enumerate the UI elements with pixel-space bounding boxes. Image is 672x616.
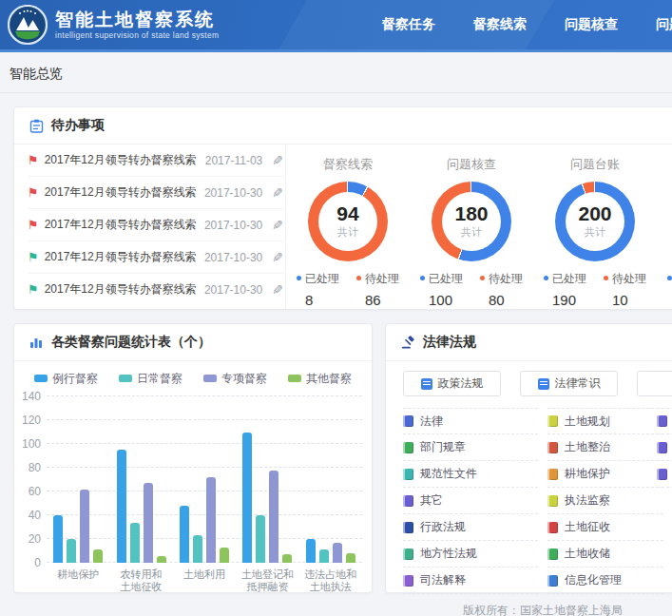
legal-item-label: 部门规章 [420, 439, 466, 455]
todo-row: ⚑2017年12月领导转办督察线索2017-10-30✎ [28, 177, 283, 209]
legend-dot [356, 276, 361, 280]
legal-item-label: 土地整治 [565, 439, 610, 455]
book-icon [403, 469, 413, 480]
bar [193, 535, 202, 563]
legend-label: 待处理 [604, 271, 646, 287]
bar-group [180, 477, 229, 563]
donut-total-value: 94 [336, 203, 358, 224]
legal-button-1[interactable]: 政策法规 [403, 371, 501, 396]
legal-item-label: 土地规划 [565, 414, 610, 430]
legal-item[interactable]: 耕地保护 [547, 461, 663, 488]
donut-total-label: 共计 [337, 225, 358, 240]
panel-title: 各类督察问题统计表（个） [51, 334, 211, 351]
legal-item[interactable]: 土地规划 [547, 408, 663, 434]
bar [80, 490, 89, 564]
knowledge-icon [538, 378, 549, 390]
legend-label: 已处理 [544, 271, 586, 287]
legal-button-2[interactable]: 法律常识 [520, 371, 618, 396]
legend-dot [667, 276, 672, 280]
nav-item-1[interactable]: 督察任务 [382, 16, 435, 33]
x-axis-label: 土地利用 [173, 568, 236, 593]
donut-ring: 200共计 [555, 182, 635, 261]
legend-value: 100 [420, 292, 463, 308]
legal-item[interactable]: 其它 [403, 488, 538, 514]
todo-date: 2017-10-30 [204, 219, 262, 232]
edit-pencil-icon[interactable]: ✎ [272, 153, 283, 168]
donut-total-label: 共计 [461, 225, 482, 240]
nav-item-3[interactable]: 问题核查 [565, 16, 618, 33]
x-axis-label: 农转用和 土地征收 [109, 568, 172, 593]
edit-pencil-icon[interactable]: ✎ [272, 218, 283, 233]
legend-dot [480, 276, 485, 280]
donut-charts-row: 督察线索94共计已处理8待处理86问题核查180共计已处理100待处理80问题台… [286, 144, 672, 309]
legal-item-label: 司法解释 [420, 572, 466, 588]
edit-pencil-icon[interactable]: ✎ [272, 185, 283, 201]
breadcrumb: 智能总览 [10, 66, 63, 83]
donut-total-label: 共计 [585, 225, 605, 240]
bar [306, 539, 316, 563]
legend-item: 例行督察 [34, 371, 98, 387]
bar-chart-icon [29, 335, 44, 350]
bar-chart-legend: 例行督察日常督察专项督察其他督察 [14, 371, 372, 387]
nav-item-2[interactable]: 督察线索 [473, 16, 527, 33]
donut-title: 督察任务 [657, 156, 672, 173]
flag-icon: ⚑ [28, 251, 39, 263]
y-axis-tick: 80 [29, 461, 41, 474]
legal-item-label: 土地收储 [565, 546, 610, 562]
footer-copyright: 版权所有：国家土地督察上海局 [463, 603, 623, 616]
bar-group [53, 490, 103, 564]
y-axis-tick: 0 [34, 556, 41, 569]
book-icon [403, 522, 413, 533]
todo-title: 2017年12月领导转办督察线索 [45, 152, 200, 168]
edit-pencil-icon[interactable]: ✎ [272, 250, 283, 265]
donut-chart: 问题核查180共计已处理100待处理80 [410, 144, 533, 309]
legal-item[interactable]: 地方性法规 [403, 541, 538, 568]
donut-chart: 督察任务已处理175待处理 [657, 144, 672, 309]
legal-item[interactable]: 执法监察 [547, 488, 663, 514]
legend-item: 已处理175 [667, 271, 672, 308]
app-title: 智能土地督察系统 [55, 10, 219, 30]
todo-row: ⚑2017年12月领导转办督察线索2017-10-30✎ [28, 241, 283, 274]
bar [269, 471, 278, 564]
gavel-icon [400, 335, 415, 350]
legal-item[interactable]: 土地征收 [547, 514, 663, 541]
edit-pencil-icon[interactable]: ✎ [272, 282, 283, 298]
legal-item-label: 规范性文件 [420, 466, 477, 482]
legend-dot [544, 276, 548, 280]
bar [220, 548, 229, 563]
legend-dot [604, 276, 608, 280]
bar [67, 539, 76, 563]
donut-ring: 180共计 [432, 182, 511, 261]
legal-item[interactable] [657, 434, 672, 461]
todo-title: 2017年12月领导转办督察线索 [45, 217, 199, 233]
book-icon [547, 415, 558, 427]
x-axis-label: 土地登记和 抵押融资 [236, 568, 298, 593]
button-label: 法律常识 [555, 375, 601, 392]
legal-item[interactable]: 司法解释 [403, 568, 538, 594]
donut-legend: 已处理190待处理10 [533, 271, 657, 308]
legal-item[interactable]: 土地收储 [547, 541, 663, 568]
legend-item: 已处理8 [297, 271, 339, 308]
legal-item[interactable] [657, 461, 672, 488]
legal-item[interactable]: 行政法规 [403, 514, 538, 541]
legal-item[interactable]: 规范性文件 [403, 461, 538, 488]
legend-label: 待处理 [356, 271, 399, 287]
bar [180, 506, 189, 563]
book-icon [547, 469, 558, 480]
legal-item[interactable]: 信息化管理 [547, 568, 663, 594]
legal-item[interactable]: 部门规章 [403, 434, 538, 461]
bar [346, 553, 355, 563]
todo-date: 2017-10-30 [204, 283, 262, 297]
legal-item-label: 法律 [420, 414, 443, 430]
legend-item: 其他督察 [288, 371, 352, 387]
nav-item-4[interactable]: 问题台账 [656, 16, 672, 33]
donut-title: 问题核查 [410, 156, 533, 173]
legal-item[interactable]: 土地整治 [547, 434, 663, 461]
legend-value: 190 [544, 292, 586, 308]
legend-value: 86 [356, 292, 399, 308]
legal-button-3[interactable] [637, 371, 672, 396]
legal-item[interactable]: 法律 [403, 408, 538, 434]
book-icon [547, 442, 558, 453]
legal-item[interactable] [657, 408, 672, 434]
todo-list: ⚑2017年12月领导转办督察线索2017-11-03✎⚑2017年12月领导转… [14, 144, 286, 309]
